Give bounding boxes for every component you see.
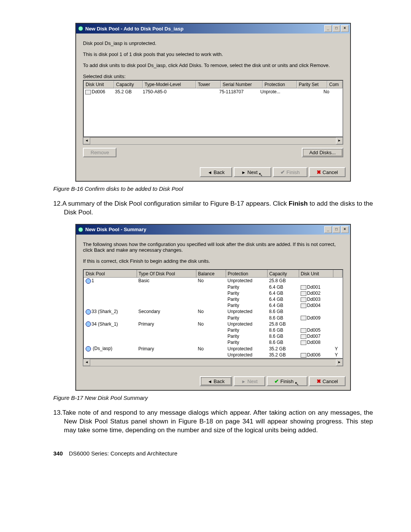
table-header: Disk PoolType Of Disk PoolBalanceProtect… [84,270,342,277]
cell-type: 1750-A85-0 [141,88,194,95]
check-icon [280,169,285,175]
col-diskunit[interactable]: Disk Unit [84,81,114,88]
cell-serial: 75-1118707 [218,88,259,95]
table-row[interactable]: 34 (Shark_1)PrimaryNoUnprotected25.8 GB [84,321,342,328]
cancel-button[interactable]: Cancel [309,167,346,177]
svg-point-1 [78,227,83,232]
summary-col[interactable]: Disk Pool [84,270,137,277]
pool-icon [86,278,91,284]
pool-icon [86,346,91,351]
summary-text-1: The following shows how the configuratio… [83,241,343,253]
pool-icon [86,309,91,315]
table-row[interactable]: Parity6.4 GBDd002 [84,290,342,296]
x-icon [317,169,321,175]
diskunit-icon [301,353,306,358]
x-icon [317,378,321,384]
table-row[interactable]: 1BasicNoUnprotected25.8 GB [84,277,342,284]
col-type[interactable]: Type-Model-Level [143,81,196,88]
table-row[interactable]: Dd006 35.2 GB 1750-A85-0 75-1118707 Unpr… [84,88,342,95]
diskunit-icon [301,334,306,339]
check-icon [274,378,279,384]
col-parity[interactable]: Parity Set [297,81,327,88]
col-com[interactable]: Com [327,81,342,88]
step-13-text: 13.Take note of and respond to any messa… [64,409,373,435]
scroll-left-icon[interactable]: ◂ [83,359,90,366]
page-footer: 340DS6000 Series: Concepts and Architect… [53,450,373,457]
finish-button: Finish [273,167,307,177]
table-h-scrollbar[interactable]: ◂ ▸ [83,137,343,145]
figure-caption-1: Figure B-16 Confirm disks to be added to… [53,185,373,192]
table-row[interactable]: Parity8.6 GBDd005 [84,327,342,333]
arrow-left-icon [207,169,212,175]
remove-button: Remove [83,148,116,157]
back-button[interactable]: Back [200,376,232,386]
summary-text-2: If this is correct, click Finish to begi… [83,258,343,264]
diskunit-icon [301,304,306,308]
table-row[interactable]: Parity6.4 GBDd001 [84,284,342,290]
table-row[interactable]: Parity8.6 GBDd008 [84,339,342,345]
pool-icon [86,321,91,327]
cell-tower [194,88,218,95]
scroll-right-icon[interactable]: ▸ [336,137,343,144]
back-button[interactable]: Back [200,167,232,177]
maximize-button[interactable]: □ [333,25,340,32]
cell-diskunit: Dd006 [92,89,105,94]
selected-units-label: Selected disk units: [83,73,343,79]
maximize-button[interactable]: □ [333,226,340,233]
table-row[interactable]: Unprotected35.2 GBDd006Y [84,352,342,358]
next-button: Next [234,376,265,386]
col-protection[interactable]: Protection [263,81,297,88]
arrow-left-icon [207,379,212,384]
close-button[interactable]: × [341,226,349,233]
summary-col[interactable]: Balance [196,270,226,277]
col-serial[interactable]: Serial Number [221,81,263,88]
summary-col[interactable]: Disk Unit [299,270,333,277]
minimize-button[interactable]: _ [324,25,332,32]
finish-button[interactable]: Finish↖ [267,376,307,386]
next-button[interactable]: Next↖ [234,167,271,177]
table-row[interactable]: 33 (Shark_2)SecondaryNoUnprotected8.6 GB [84,308,342,315]
add-disks-button[interactable]: Add Disks... [302,148,343,157]
close-button[interactable]: × [341,25,349,32]
summary-col[interactable] [333,270,342,277]
summary-col[interactable]: Capacity [268,270,299,277]
diskunit-icon [301,316,306,320]
summary-dialog: New Disk Pool - Summary _ □ × The follow… [75,224,351,391]
summary-table[interactable]: Disk PoolType Of Disk PoolBalanceProtect… [83,269,343,359]
scroll-right-icon[interactable]: ▸ [336,359,343,366]
summary-col[interactable]: Type Of Disk Pool [137,270,196,277]
scroll-left-icon[interactable]: ◂ [83,137,90,144]
arrow-right-icon [241,379,246,384]
mouse-cursor-icon: ↖ [258,171,263,177]
diskpool-window-icon [78,227,84,233]
diskunit-icon [301,328,306,333]
table-row[interactable]: Parity8.6 GBDd009 [84,315,342,321]
info-text-2: This is disk pool 1 of 1 disk pools that… [83,51,343,57]
table-row[interactable]: Parity6.4 GBDd003 [84,296,342,302]
add-disk-pool-dialog: New Disk Pool - Add to Disk Pool Ds_iasp… [75,23,351,182]
diskunit-icon [85,90,91,94]
step-12-text: 12.A summary of the Disk Pool configurat… [64,200,373,217]
table-row[interactable]: (Ds_iasp)PrimaryNoUnprotected35.2 GBY [84,345,342,352]
cell-protection: Unprote... [259,88,292,95]
window-titlebar: New Disk Pool - Summary _ □ × [76,225,350,235]
table-row[interactable]: Parity8.6 GBDd007 [84,333,342,339]
arrow-right-icon [241,169,246,175]
figure-caption-2: Figure B-17 New Disk Pool Summary [53,395,373,401]
col-capacity[interactable]: Capacity [114,81,143,88]
col-tower[interactable]: Tower [196,81,221,88]
diskunit-icon [301,291,306,296]
minimize-button[interactable]: _ [324,226,332,233]
page-number: 340 [53,450,63,457]
diskunit-icon [301,297,306,302]
svg-point-0 [78,26,83,31]
table-h-scrollbar[interactable]: ◂ ▸ [83,359,343,366]
book-title: DS6000 Series: Concepts and Architecture [69,450,177,457]
cancel-button[interactable]: Cancel [309,376,346,386]
selected-disk-table[interactable]: Disk Unit Capacity Type-Model-Level Towe… [83,80,343,137]
diskunit-icon [301,340,306,345]
info-text-3: To add disk units to disk pool Ds_iasp, … [83,62,343,68]
table-row[interactable]: Parity6.4 GBDd004 [84,302,342,308]
diskunit-icon [301,285,306,290]
summary-col[interactable]: Protection [226,270,268,277]
